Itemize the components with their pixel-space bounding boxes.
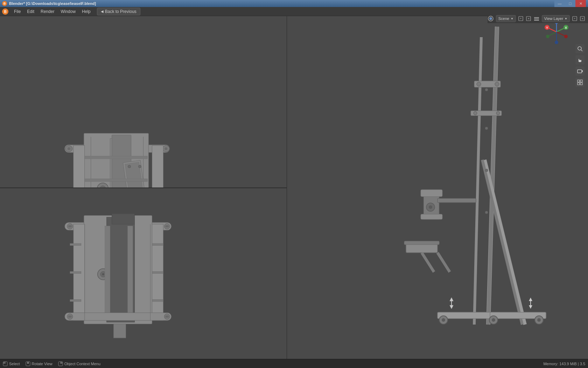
svg-point-84 [477,82,481,86]
svg-rect-99 [406,244,438,253]
svg-point-60 [102,273,104,275]
menu-help[interactable]: Help [79,8,93,15]
back-icon: ◀ [101,9,104,13]
svg-rect-50 [68,225,72,227]
svg-rect-140 [578,83,580,85]
svg-point-89 [485,88,488,91]
svg-point-87 [474,111,477,115]
new-scene-icon: + [518,16,524,21]
svg-point-110 [537,318,541,322]
svg-rect-71 [70,272,81,274]
svg-rect-73 [152,244,163,246]
maximize-button[interactable]: □ [565,0,575,7]
svg-rect-8 [534,17,539,18]
back-to-previous-button[interactable]: ◀ Back to Previous [97,8,140,15]
memory-info: Memory: 143.9 MiB | 3.5 [543,362,585,366]
svg-rect-75 [152,299,163,301]
svg-point-123 [546,35,550,38]
axis-gizmo-svg: X Y Z [544,20,569,44]
gizmo-container: X Y Z [544,20,569,45]
right-viewport[interactable]: X Y Z [287,16,588,359]
menu-edit[interactable]: Edit [24,8,37,15]
svg-rect-52 [165,225,169,227]
viewport-tools [575,44,584,87]
close-button[interactable]: ✕ [575,0,586,7]
svg-point-40 [139,165,141,168]
scene-dropdown[interactable]: Scene ▼ [496,15,516,22]
svg-point-92 [485,211,488,214]
viewlayer-dropdown[interactable]: View Layer ▼ [542,15,570,22]
svg-text:✕: ✕ [581,17,584,20]
svg-rect-102 [404,241,439,245]
title-text: Blender* [G:\Downloads\tcg\easel\easelF.… [9,1,554,6]
blender-icon: B [2,1,7,6]
svg-rect-62 [128,226,133,317]
svg-point-90 [485,127,488,130]
bottom-viewport-svg [0,188,287,359]
svg-point-20 [164,147,167,150]
svg-rect-150 [61,362,62,364]
rotate-view-status: Rotate View [26,361,52,366]
blender-logo: B [1,8,9,15]
statusbar: Select Rotate View Object Context Menu M… [0,359,588,368]
svg-point-97 [429,205,432,209]
delete-viewlayer-icon: ✕ [580,16,585,21]
svg-rect-63 [65,313,171,320]
context-menu-status: Object Context Menu [58,361,100,366]
grid-icon [577,80,583,85]
mouse-right-icon [58,361,63,366]
svg-rect-76 [114,324,126,338]
new-viewlayer-icon: + [572,16,578,21]
svg-point-106 [442,318,445,322]
svg-rect-136 [578,70,582,73]
svg-rect-141 [580,83,582,85]
menu-file[interactable]: File [11,8,23,15]
svg-rect-144 [3,362,5,364]
svg-rect-44 [85,179,148,182]
grid-tool-button[interactable] [575,78,584,87]
grab-tool-button[interactable] [575,55,584,64]
svg-point-91 [485,169,488,172]
svg-rect-9 [534,19,539,19]
left-viewport[interactable] [0,16,287,359]
right-viewport-svg [287,16,588,359]
svg-point-128 [564,35,568,38]
delete-scene-icon: ✕ [526,16,531,21]
camera-icon [577,68,583,74]
svg-text:✕: ✕ [527,17,530,20]
svg-rect-77 [287,20,588,355]
svg-point-108 [492,318,495,322]
svg-text:B: B [4,10,6,14]
menu-render[interactable]: Render [38,8,57,15]
svg-rect-72 [70,299,81,301]
hand-icon [577,57,583,63]
scene-icon [488,15,494,22]
svg-rect-138 [578,80,580,82]
svg-line-135 [581,50,582,51]
search-icon [577,46,583,52]
svg-rect-147 [27,362,29,364]
svg-rect-94 [421,190,442,197]
camera-tool-button[interactable] [575,67,584,76]
svg-point-134 [578,47,581,50]
mouse-left-icon [3,361,8,366]
menubar: B File Edit Render Window Help ◀ Back to… [0,7,588,16]
svg-point-39 [128,165,131,168]
svg-rect-70 [70,244,81,246]
main-area: X Y Z [0,16,588,359]
search-tool-button[interactable] [575,44,584,53]
svg-text:X: X [565,26,567,29]
select-status: Select [3,361,20,366]
minimize-button[interactable]: — [554,0,565,7]
svg-text:Y: Y [546,26,548,29]
svg-point-18 [68,147,70,150]
svg-rect-57 [112,214,135,224]
header-right: Scene ▼ + ✕ View Layer ▼ + ✕ [488,14,588,23]
svg-rect-95 [438,198,476,203]
svg-rect-74 [152,272,163,274]
menu-window[interactable]: Window [58,8,78,15]
svg-point-133 [555,41,558,44]
titlebar: B Blender* [G:\Downloads\tcg\easel\easel… [0,0,588,7]
svg-rect-43 [85,156,148,159]
viewlayer-icon [533,15,540,22]
